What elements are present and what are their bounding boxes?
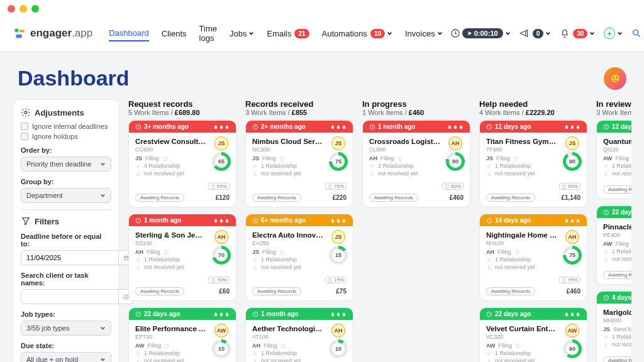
status-pill: Awaiting Records [369,194,418,202]
column-title: Request records [128,99,236,109]
window-titlebar [0,0,644,18]
nav-label: Clients [162,29,187,38]
user-avatar[interactable]: 🙂 [604,67,626,90]
link-icon [603,249,609,255]
progress-value: 75 [566,249,579,261]
brand-logo[interactable]: engager.app [13,26,92,40]
search-input[interactable] [21,289,119,304]
work-item-card[interactable]: 2+ months ago Nimbus Cloud Services... N… [245,120,353,207]
nav-clients[interactable]: Clients [162,26,187,41]
card-age-bar: 1 month ago [363,121,470,133]
work-item-card[interactable]: 22 days ago Velvet Curtain Entertain... … [479,307,587,362]
download-icon [252,171,258,177]
work-item-card[interactable]: 1 month ago Crossroads Logistics & F... … [362,120,470,207]
chevron-down-icon [248,31,254,36]
assignee-badge[interactable]: AH [448,136,462,150]
doc-icon [445,184,450,189]
link-icon [486,163,492,169]
ignore-deadlines-checkbox[interactable]: Ignore internal deadlines [21,123,111,130]
work-item-card[interactable]: 12 days ago Quantum Innovatic QI220 AWFi… [596,120,631,199]
timer-value: 0:00:10 [474,30,498,37]
work-item-card[interactable]: 22 days ago Pinnacle Estates & I PE400 A… [596,206,631,285]
min-dot[interactable] [19,5,27,13]
nav-label: Jobs [230,29,247,38]
nav-dashboard[interactable]: Dashboard [109,26,149,41]
nav-time-logs[interactable]: Time logs [199,21,217,45]
download-icon [603,171,609,177]
card-age: 2+ months ago [261,123,306,130]
search-icon[interactable] [631,28,641,38]
close-dot[interactable] [8,5,15,13]
priority-icons [447,124,464,129]
svg-rect-22 [329,278,331,282]
clock-icon [603,209,609,216]
orderby-label: Order by: [21,146,111,154]
doc-icon [328,278,333,283]
nav-emails[interactable]: Emails21 [267,26,309,41]
nav-invoices[interactable]: Invoices [405,26,443,41]
assignee-badge[interactable]: JS [331,136,345,150]
jobtypes-select[interactable]: 3/55 job types [21,321,111,336]
link-icon [369,163,375,169]
svg-rect-7 [163,156,166,160]
assignee-badge[interactable]: AH [565,230,579,244]
work-item-card[interactable]: 22 days ago Elite Performance Athleti...… [128,307,236,362]
chevron-down-icon [100,357,106,363]
card-age: 22 days ago [495,310,531,317]
card-amount: £75 [336,288,347,295]
svg-rect-24 [281,344,284,347]
work-item-card[interactable]: 11 days ago Titan Fitness Gyms & Pe... T… [479,120,587,207]
card-age: 1 month ago [261,310,298,317]
card-age-bar: 1 month ago [129,214,236,226]
clock-icon [252,311,258,317]
assignee-badge[interactable]: AH [214,230,228,244]
assignee-badge[interactable]: JS [331,230,345,244]
clock-icon [252,124,258,130]
assignee-badge[interactable]: JS [214,136,228,150]
announcements-button[interactable]: 0 [519,26,552,41]
assignee-badge[interactable]: AW [214,324,228,337]
groupby-select[interactable]: Department [21,188,111,203]
status-pill: Awaiting Records [135,287,184,295]
status-pill: Awaiting Records [252,194,301,202]
card-age: 3+ months ago [144,123,189,130]
orderby-select[interactable]: Priority then deadline [21,156,111,172]
card-age-bar: 22 days ago [597,206,631,218]
funnel-icon [21,216,31,226]
nav-jobs[interactable]: Jobs [230,26,254,41]
assignee-badge[interactable]: AW [565,324,579,337]
work-item-card[interactable]: 1 month ago Aether Technologies PLC AT10… [245,307,353,362]
work-item-card[interactable]: 3+ months ago Crestview Consulting Ltd. … [128,120,236,207]
deadline-input[interactable] [21,250,119,265]
external-icon [279,250,285,255]
clock-icon [135,217,142,224]
work-item-card[interactable]: 6+ months ago Electra Auto Innovation...… [245,214,353,301]
chevron-down-icon [100,326,106,331]
doc-icon [562,278,567,283]
search-label: Search client or task names: [21,272,111,287]
notifications-button[interactable]: 30 [560,26,595,41]
nav-label: Dashboard [109,28,149,38]
max-dot[interactable] [31,5,39,13]
nav-links: DashboardClientsTime logsJobsEmails21Aut… [109,21,442,45]
duestate-select[interactable]: All due + on hold [21,352,111,362]
work-item-card[interactable]: 14 days ago Nightingale Home Care... NH1… [479,214,587,301]
progress-ring: 10 [212,339,231,358]
column-title: In review [596,99,631,109]
timer-dropdown[interactable]: 0:00:10 [450,26,511,41]
card-received-row: not received yet [603,341,631,348]
card-received-row: not received yet [486,264,580,270]
doc-icon [328,184,333,189]
work-item-card[interactable]: 1 month ago Sterling & Son Jewelers SS10… [128,214,236,301]
nav-automations[interactable]: Automations10 [322,26,392,41]
card-age-bar: 2+ months ago [246,121,353,133]
ignore-holdups-checkbox[interactable]: Ignore holdups [21,133,111,140]
download-icon [369,171,375,177]
progress-value: 90 [566,155,579,168]
add-new-button[interactable]: + [604,25,623,41]
assignee-badge[interactable]: AH [331,324,345,337]
assignee-badge[interactable]: JS [565,136,579,150]
svg-rect-13 [165,344,169,347]
work-item-card[interactable]: 4 days ago Marigold Hotel & Re MH650 JSS… [596,291,631,362]
card-client-name: Marigold Hotel & Re [603,309,631,316]
